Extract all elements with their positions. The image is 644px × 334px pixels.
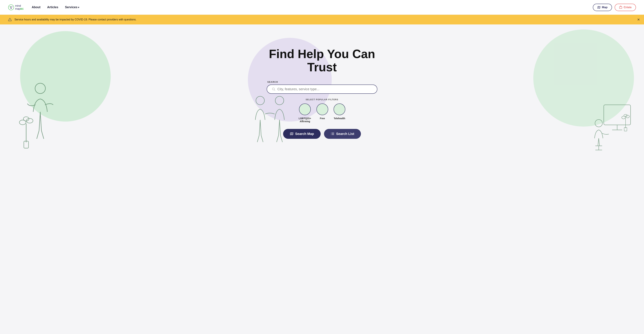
logo-icon (8, 4, 14, 10)
filter-lgbtq[interactable]: LGBTQ2S+Affirming (299, 103, 311, 123)
alert-close-button[interactable]: ✕ (637, 17, 640, 22)
nav-links: About Articles Services (32, 5, 593, 9)
illustration-right (587, 101, 634, 155)
svg-line-14 (40, 112, 42, 131)
nav-about[interactable]: About (32, 5, 40, 9)
nav-articles[interactable]: Articles (47, 5, 58, 9)
search-section: Find Help You Can Trust SEARCH SELECT PO… (255, 47, 389, 139)
crisis-button[interactable]: Crisis (615, 4, 636, 11)
alert-banner: Service hours and availability may be im… (0, 15, 644, 24)
navbar: mind mapBC About Articles Services Map C… (0, 0, 644, 15)
svg-line-37 (599, 138, 600, 146)
nav-right-actions: Map Crisis (593, 4, 636, 11)
filter-free[interactable]: Free (316, 103, 328, 123)
action-buttons: Search Map Search List (267, 129, 377, 139)
telehealth-label: Telehealth (334, 117, 345, 120)
search-box (267, 85, 377, 94)
map-button[interactable]: Map (593, 4, 612, 11)
alert-text: Service hours and availability may be im… (14, 18, 636, 21)
svg-line-5 (10, 7, 11, 8)
svg-rect-9 (619, 6, 622, 8)
svg-point-12 (35, 83, 46, 94)
search-input[interactable] (278, 87, 372, 91)
svg-point-0 (8, 4, 14, 10)
search-list-button[interactable]: Search List (324, 129, 361, 139)
search-list-icon (331, 132, 334, 136)
filter-telehealth[interactable]: Telehealth (334, 103, 345, 123)
svg-line-6 (11, 7, 12, 8)
svg-line-36 (598, 138, 599, 146)
svg-rect-32 (604, 105, 630, 125)
services-chevron-icon (78, 5, 79, 9)
nav-services[interactable]: Services (65, 5, 79, 9)
svg-line-13 (39, 112, 40, 131)
svg-line-15 (37, 131, 39, 139)
lgbtq-circle (299, 103, 311, 115)
svg-line-16 (42, 131, 44, 139)
search-map-icon (290, 132, 294, 136)
logo-mind-text: mind (15, 4, 21, 7)
free-label: Free (320, 117, 325, 120)
illustration-left (17, 77, 64, 152)
logo-map-text: map (15, 7, 20, 10)
logo-bc-text: BC (20, 7, 24, 10)
telehealth-circle (334, 103, 345, 115)
hero-title: Find Help You Can Trust (259, 47, 385, 74)
filter-chips: LGBTQ2S+Affirming Free Telehealth (267, 103, 377, 123)
svg-point-44 (624, 114, 627, 117)
map-icon (597, 6, 600, 9)
filters-label: SELECT POPULAR FILTERS (267, 98, 377, 101)
lgbtq-label: LGBTQ2S+Affirming (299, 117, 311, 123)
svg-line-47 (274, 90, 275, 91)
search-label: SEARCH (267, 81, 377, 83)
svg-point-35 (595, 120, 602, 127)
alert-icon (8, 18, 12, 21)
hero-section: Find Help You Can Trust SEARCH SELECT PO… (0, 24, 644, 162)
logo[interactable]: mind mapBC (8, 4, 24, 10)
free-circle (316, 103, 328, 115)
search-map-button[interactable]: Search Map (283, 129, 321, 139)
crisis-icon (619, 6, 622, 9)
search-icon (272, 87, 276, 91)
